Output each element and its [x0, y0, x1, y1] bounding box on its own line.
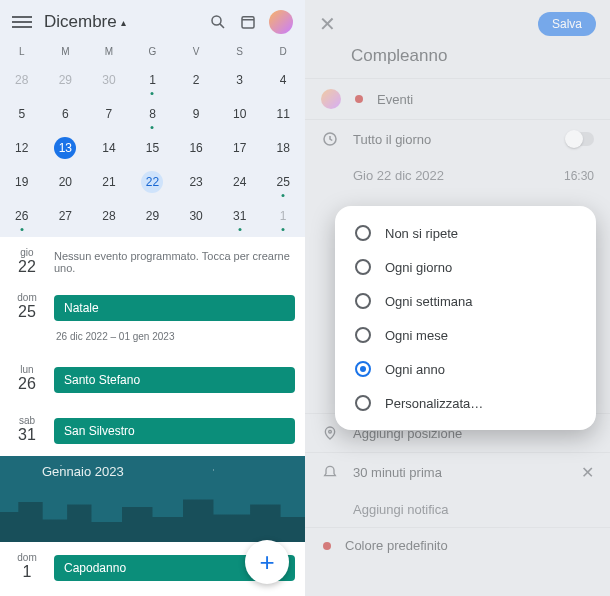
recurrence-option-yearly[interactable]: Ogni anno	[341, 352, 590, 386]
days-grid: 2829301234567891011121314151617181920212…	[0, 63, 305, 237]
recurrence-option-monthly[interactable]: Ogni mese	[341, 318, 590, 352]
day-cell[interactable]: 22	[131, 171, 175, 193]
agenda-row: dom25 Natale 26 dic 2022 – 01 gen 2023	[0, 282, 305, 354]
weekday-label: M	[44, 46, 88, 57]
day-cell[interactable]: 9	[174, 103, 218, 125]
day-cell[interactable]: 17	[218, 137, 262, 159]
day-cell[interactable]: 30	[87, 69, 131, 91]
day-cell[interactable]: 11	[261, 103, 305, 125]
location-icon	[321, 424, 339, 442]
weekday-label: S	[218, 46, 262, 57]
day-cell[interactable]: 30	[174, 205, 218, 227]
weekday-row: LMMGVSD	[0, 42, 305, 63]
day-cell[interactable]: 12	[0, 137, 44, 159]
day-cell[interactable]: 26	[0, 205, 44, 227]
editor-header: ✕ Salva	[305, 0, 610, 44]
day-cell[interactable]: 10	[218, 103, 262, 125]
radio-icon	[355, 395, 371, 411]
today-icon[interactable]	[239, 13, 257, 31]
day-cell[interactable]: 6	[44, 103, 88, 125]
event-title[interactable]: Compleanno	[305, 44, 610, 78]
calendar-avatar	[321, 89, 341, 109]
day-cell[interactable]: 20	[44, 171, 88, 193]
radio-icon	[355, 293, 371, 309]
color-dot-icon	[323, 542, 331, 550]
day-cell[interactable]: 3	[218, 69, 262, 91]
calendar-row[interactable]: Eventi	[305, 79, 610, 119]
recurrence-option-none[interactable]: Non si ripete	[341, 216, 590, 250]
add-notification-row[interactable]: Aggiungi notifica	[305, 492, 610, 527]
radio-icon	[355, 327, 371, 343]
day-cell[interactable]: 18	[261, 137, 305, 159]
day-cell[interactable]: 15	[131, 137, 175, 159]
day-cell[interactable]: 23	[174, 171, 218, 193]
day-cell[interactable]: 21	[87, 171, 131, 193]
close-icon[interactable]: ✕	[319, 12, 336, 36]
svg-rect-2	[242, 17, 254, 28]
weekday-label: D	[261, 46, 305, 57]
day-cell[interactable]: 2	[174, 69, 218, 91]
save-button[interactable]: Salva	[538, 12, 596, 36]
event-chip[interactable]: Natale	[54, 295, 295, 321]
agenda-list: gio22 Nessun evento programmato. Tocca p…	[0, 237, 305, 593]
day-cell[interactable]: 7	[87, 103, 131, 125]
recurrence-menu: Non si ripete Ogni giorno Ogni settimana…	[335, 206, 596, 430]
bell-icon	[321, 464, 339, 482]
color-row[interactable]: Colore predefinito	[305, 528, 610, 563]
day-cell[interactable]: 29	[131, 205, 175, 227]
agenda-row: sab31 San Silvestro	[0, 405, 305, 456]
search-icon[interactable]	[209, 13, 227, 31]
recurrence-option-custom[interactable]: Personalizzata…	[341, 386, 590, 420]
day-cell[interactable]: 1	[261, 205, 305, 227]
day-cell[interactable]: 5	[0, 103, 44, 125]
weekday-label: L	[0, 46, 44, 57]
event-chip[interactable]: San Silvestro	[54, 418, 295, 444]
day-cell[interactable]: 29	[44, 69, 88, 91]
day-cell[interactable]: 28	[0, 69, 44, 91]
day-cell[interactable]: 28	[87, 205, 131, 227]
month-banner: Gennaio 2023	[0, 456, 305, 542]
day-cell[interactable]: 13	[44, 137, 88, 159]
chevron-up-icon: ▴	[121, 17, 126, 28]
clock-icon	[321, 130, 339, 148]
avatar[interactable]	[269, 10, 293, 34]
date-range: 26 dic 2022 – 01 gen 2023	[54, 327, 295, 348]
allday-toggle[interactable]	[566, 132, 594, 146]
recurrence-option-weekly[interactable]: Ogni settimana	[341, 284, 590, 318]
agenda-row-empty[interactable]: gio22 Nessun evento programmato. Tocca p…	[0, 237, 305, 282]
day-cell[interactable]: 19	[0, 171, 44, 193]
day-cell[interactable]: 27	[44, 205, 88, 227]
weekday-label: V	[174, 46, 218, 57]
day-cell[interactable]: 14	[87, 137, 131, 159]
recurrence-option-daily[interactable]: Ogni giorno	[341, 250, 590, 284]
event-chip[interactable]: Santo Stefano	[54, 367, 295, 393]
month-label: Dicembre	[44, 12, 117, 32]
svg-point-5	[329, 430, 332, 433]
weekday-label: G	[131, 46, 175, 57]
calendar-pane: Dicembre ▴ LMMGVSD 282930123456789101112…	[0, 0, 305, 596]
banner-title: Gennaio 2023	[42, 464, 124, 479]
time-value[interactable]: 16:30	[564, 169, 594, 183]
day-cell[interactable]: 8	[131, 103, 175, 125]
weekday-label: M	[87, 46, 131, 57]
day-cell[interactable]: 4	[261, 69, 305, 91]
day-cell[interactable]: 25	[261, 171, 305, 193]
date-row[interactable]: Gio 22 dic 2022 16:30	[305, 158, 610, 193]
hamburger-icon[interactable]	[12, 16, 32, 28]
reminder-row[interactable]: 30 minuti prima ✕	[305, 453, 610, 492]
radio-icon	[355, 225, 371, 241]
month-picker[interactable]: Dicembre ▴	[44, 12, 126, 32]
radio-icon	[355, 259, 371, 275]
agenda-row: lun26 Santo Stefano	[0, 354, 305, 405]
day-cell[interactable]: 31	[218, 205, 262, 227]
day-cell[interactable]: 16	[174, 137, 218, 159]
svg-line-1	[220, 24, 224, 28]
day-cell[interactable]: 1	[131, 69, 175, 91]
allday-row: Tutto il giorno	[305, 120, 610, 158]
add-event-fab[interactable]: +	[245, 540, 289, 584]
calendar-header: Dicembre ▴	[0, 0, 305, 42]
event-editor-pane: ✕ Salva Compleanno Eventi Tutto il giorn…	[305, 0, 610, 596]
day-cell[interactable]: 24	[218, 171, 262, 193]
remove-reminder-icon[interactable]: ✕	[581, 463, 594, 482]
color-dot-icon	[355, 95, 363, 103]
